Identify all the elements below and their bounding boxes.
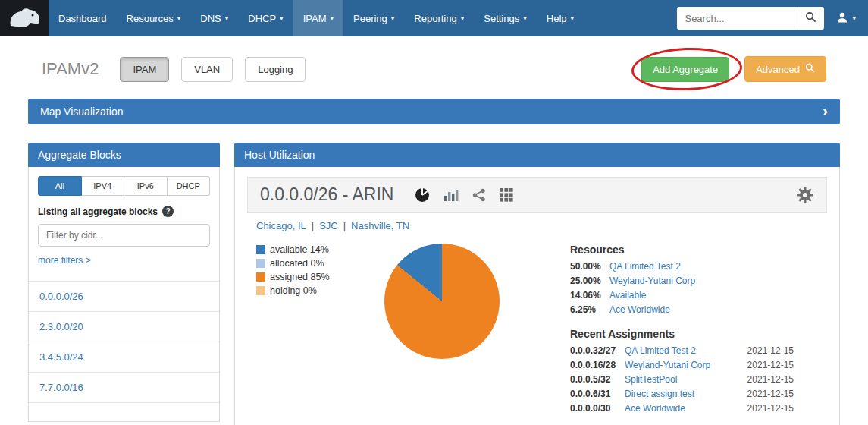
aggregate-block-list: 0.0.0.0/26 2.3.0.0/20 3.4.5.0/24 7.7.0.0…: [29, 281, 219, 421]
legend-item: holding 0%: [256, 285, 364, 297]
separator: |: [343, 220, 346, 231]
add-aggregate-button[interactable]: Add Aggregate: [641, 57, 729, 82]
nav-item-help[interactable]: Help▾: [537, 0, 584, 36]
more-filters-link[interactable]: more filters >: [38, 255, 91, 266]
top-navbar: Dashboard Resources▾ DNS▾ DHCP▾ IPAM▾ Pe…: [0, 0, 868, 36]
host-utilization-body: 0.0.0.0/26 - ARIN: [234, 167, 840, 425]
grid-view-icon[interactable]: [500, 188, 513, 202]
nav-item-resources[interactable]: Resources▾: [117, 0, 191, 36]
pie-chart-icon[interactable]: [415, 187, 430, 203]
bar-chart-icon[interactable]: [443, 188, 459, 202]
assignment-row: 0.0.0.0/30Ace Worldwide2021-12-15: [570, 403, 794, 414]
nav-item-settings[interactable]: Settings▾: [474, 0, 537, 36]
resource-link[interactable]: Ace Worldwide: [609, 304, 670, 316]
map-visualization-title: Map Visualization: [40, 105, 123, 118]
app-logo[interactable]: [0, 0, 49, 36]
resource-row: 25.00%Weyland-Yutani Corp: [570, 275, 794, 287]
recent-assignments-heading: Recent Assignments: [570, 328, 794, 340]
tab-logging[interactable]: Logging: [245, 57, 306, 82]
legend-label: holding 0%: [270, 285, 317, 297]
resource-percent: 6.25%: [570, 304, 609, 316]
assignment-cidr: 0.0.0.32/27: [570, 345, 625, 357]
aggregate-blocks-panel: Aggregate Blocks All IPV4 IPv6 DHCP List…: [28, 143, 220, 422]
assignment-link[interactable]: Ace Worldwide: [625, 403, 747, 414]
assignment-link[interactable]: SplitTestPool: [625, 374, 747, 386]
caret-down-icon: ▾: [280, 14, 284, 22]
list-item[interactable]: 0.0.0.0/26: [29, 281, 219, 311]
filter-tab-ipv4[interactable]: IPV4: [82, 176, 125, 196]
nav-item-ipam[interactable]: IPAM▾: [293, 0, 343, 36]
legend-label: assigned 85%: [270, 271, 330, 283]
caret-down-icon: ▾: [177, 14, 181, 22]
filter-tab-ipv6[interactable]: IPv6: [124, 176, 168, 196]
nav-label: DNS: [200, 13, 221, 24]
list-item[interactable]: 2.3.0.0/20: [29, 311, 219, 342]
assignment-row: 0.0.0.6/31Direct assign test2021-12-15: [570, 389, 794, 400]
user-icon: [836, 11, 848, 26]
assignment-date: 2021-12-15: [747, 345, 794, 357]
gear-icon[interactable]: [796, 186, 814, 204]
utilization-pie-chart: [384, 244, 500, 359]
assignment-date: 2021-12-15: [747, 403, 794, 414]
nav-item-dashboard[interactable]: Dashboard: [49, 0, 117, 36]
legend-item: assigned 85%: [256, 271, 364, 283]
nav-label: Reporting: [414, 13, 456, 24]
block-subheader: 0.0.0.0/26 - ARIN: [247, 177, 827, 212]
search-input[interactable]: [677, 7, 797, 30]
separator: |: [312, 220, 314, 231]
map-visualization-bar[interactable]: Map Visualization ›: [28, 99, 840, 124]
nav-item-peering[interactable]: Peering▾: [343, 0, 404, 36]
nav-item-reporting[interactable]: Reporting▾: [404, 0, 474, 36]
assignment-link[interactable]: Direct assign test: [625, 389, 747, 400]
location-link[interactable]: SJC: [319, 220, 338, 231]
host-utilization-header: Host Utilization: [234, 143, 840, 167]
legend-swatch: [256, 272, 265, 282]
assignment-link[interactable]: Weyland-Yutani Corp: [625, 360, 747, 371]
resource-link[interactable]: QA Limited Test 2: [609, 261, 681, 272]
nav-item-dhcp[interactable]: DHCP▾: [238, 0, 293, 36]
assignment-date: 2021-12-15: [747, 389, 794, 400]
filter-tab-all[interactable]: All: [38, 176, 82, 196]
caret-down-icon: ▾: [852, 14, 856, 22]
caret-down-icon: ▾: [461, 14, 465, 22]
assignment-cidr: 0.0.0.5/32: [570, 374, 625, 386]
resource-link[interactable]: Available: [609, 290, 646, 301]
resource-row: 14.06%Available: [570, 290, 794, 301]
search-icon: [805, 63, 815, 75]
utilization-content: available 14% allocated 0% assigned 85% …: [247, 244, 827, 417]
page-title: IPAMv2: [42, 59, 99, 79]
nav-menu: Dashboard Resources▾ DNS▾ DHCP▾ IPAM▾ Pe…: [49, 0, 584, 36]
resources-column: Resources 50.00%QA Limited Test 2 25.00%…: [570, 244, 794, 417]
list-item[interactable]: [29, 402, 219, 421]
list-item[interactable]: 3.4.5.0/24: [29, 342, 219, 372]
main-content: Aggregate Blocks All IPV4 IPv6 DHCP List…: [28, 143, 840, 425]
search-button[interactable]: [797, 7, 824, 30]
tab-vlan[interactable]: VLAN: [181, 57, 233, 82]
nav-item-dns[interactable]: DNS▾: [190, 0, 238, 36]
resources-heading: Resources: [570, 244, 794, 256]
caret-down-icon: ▾: [330, 14, 334, 22]
caret-down-icon: ▾: [391, 14, 395, 22]
location-link[interactable]: Chicago, IL: [256, 220, 306, 231]
nav-label: Settings: [484, 13, 519, 24]
bear-logo-icon: [8, 6, 41, 31]
help-icon[interactable]: ?: [162, 206, 174, 217]
legend-label: available 14%: [270, 244, 329, 256]
global-search: [677, 0, 824, 36]
assignment-row: 0.0.0.16/28Weyland-Yutani Corp2021-12-15: [570, 360, 794, 371]
user-menu[interactable]: ▾: [829, 0, 868, 36]
caret-down-icon: ▾: [571, 14, 575, 22]
cidr-filter-input[interactable]: [38, 224, 210, 247]
filter-tab-dhcp[interactable]: DHCP: [168, 176, 211, 196]
assignment-link[interactable]: QA Limited Test 2: [625, 345, 747, 357]
tab-ipam[interactable]: IPAM: [120, 57, 169, 82]
resource-percent: 50.00%: [570, 261, 609, 272]
resource-percent: 14.06%: [570, 290, 609, 301]
share-icon[interactable]: [472, 188, 486, 202]
nav-label: Help: [547, 13, 567, 24]
list-item[interactable]: 7.7.0.0/16: [29, 372, 219, 402]
block-title: 0.0.0.0/26 - ARIN: [260, 184, 393, 205]
location-link[interactable]: Nashville, TN: [351, 220, 409, 231]
advanced-button[interactable]: Advanced: [744, 56, 826, 82]
resource-link[interactable]: Weyland-Yutani Corp: [609, 275, 695, 287]
